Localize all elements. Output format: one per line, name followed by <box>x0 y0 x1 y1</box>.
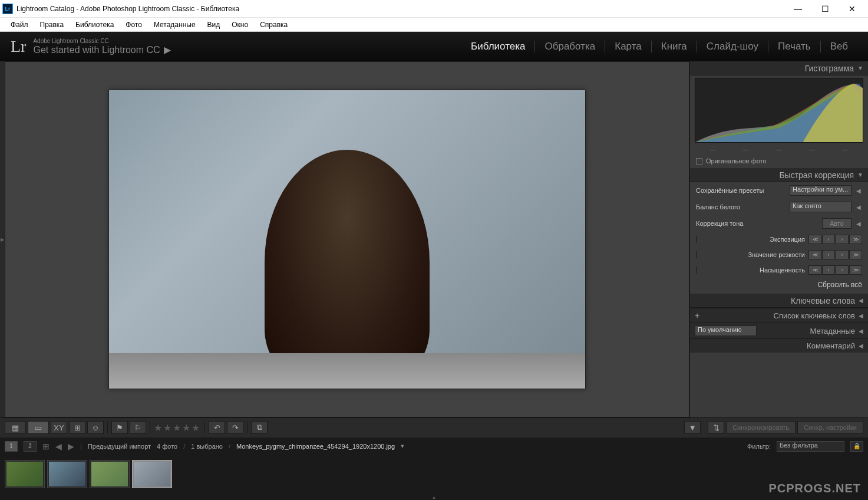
exposure-dec-large[interactable]: ≪ <box>808 235 821 244</box>
filter-select[interactable]: Без фильтра <box>777 441 844 452</box>
tone-label: Коррекция тона <box>696 220 819 227</box>
preview-image[interactable] <box>108 90 586 389</box>
saturation-inc[interactable]: › <box>836 265 849 275</box>
menu-help[interactable]: Справка <box>254 19 293 31</box>
sync-button[interactable]: Синхронизировать <box>726 421 796 434</box>
rotate-ccw-button[interactable]: ↶ <box>209 421 225 434</box>
comments-header[interactable]: Комментарий◀ <box>690 338 868 353</box>
keywords-header[interactable]: Ключевые слова◀ <box>690 294 868 308</box>
menubar: Файл Правка Библиотека Фото Метаданные В… <box>0 18 868 32</box>
module-web[interactable]: Веб <box>821 41 857 52</box>
minimize-button[interactable]: — <box>784 0 811 18</box>
module-print[interactable]: Печать <box>768 41 821 52</box>
chevron-left-icon[interactable]: ◀ <box>855 204 862 210</box>
auto-tone-button[interactable]: Авто <box>822 218 852 229</box>
exposure-inc-large[interactable]: ≫ <box>849 235 862 244</box>
saved-preset-label: Сохранённые пресеты <box>696 187 786 194</box>
reset-all-button[interactable]: Сбросить всё <box>817 281 862 289</box>
chevron-left-icon: ◀ <box>859 343 863 349</box>
plus-icon[interactable]: + <box>695 311 699 320</box>
menu-metadata[interactable]: Метаданные <box>148 19 202 31</box>
chevron-left-icon: ◀ <box>859 297 863 304</box>
close-button[interactable]: ✕ <box>839 0 866 18</box>
module-develop[interactable]: Обработка <box>535 41 605 52</box>
menu-library[interactable]: Библиотека <box>70 19 120 31</box>
original-photo-checkbox[interactable] <box>696 158 702 165</box>
saturation-dec-large[interactable]: ≪ <box>808 265 821 275</box>
survey-view-button[interactable]: ⊞ <box>69 421 85 434</box>
titlebar: Lr Lightroom Catalog - Adobe Photoshop L… <box>0 0 868 18</box>
filmstrip <box>0 454 868 494</box>
clarity-dec-large[interactable]: ≪ <box>808 250 821 259</box>
exposure-stepper: ≪ ‹ › ≫ <box>808 235 862 244</box>
module-slideshow[interactable]: Слайд-шоу <box>697 41 768 52</box>
wb-label: Баланс белого <box>696 203 786 210</box>
filter-label: Фильтр: <box>747 443 771 450</box>
module-book[interactable]: Книга <box>652 41 697 52</box>
compare-view-button[interactable]: XY <box>51 421 67 434</box>
menu-view[interactable]: Вид <box>202 19 226 31</box>
menu-edit[interactable]: Правка <box>34 19 70 31</box>
wb-select[interactable]: Как снято <box>790 202 852 212</box>
people-view-button[interactable]: ☺ <box>87 421 104 434</box>
exposure-inc[interactable]: › <box>836 235 849 244</box>
flag-reject-button[interactable]: ⚐ <box>130 421 146 434</box>
chevron-left-icon: ◀ <box>859 328 863 334</box>
face-tagging-button[interactable]: ⧉ <box>251 421 268 434</box>
thumbnail[interactable] <box>5 460 45 488</box>
rotate-cw-button[interactable]: ↷ <box>227 421 243 434</box>
keyword-list-header[interactable]: + Список ключевых слов◀ <box>690 308 868 323</box>
window-title: Lightroom Catalog - Adobe Photoshop Ligh… <box>16 5 784 13</box>
nav-forward-icon[interactable]: ▶ <box>68 442 74 451</box>
menu-photo[interactable]: Фото <box>120 19 148 31</box>
chevron-left-icon[interactable]: ◀ <box>855 221 862 227</box>
quick-develop-header[interactable]: Быстрая коррекция▼ <box>690 168 868 182</box>
metadata-preset-select[interactable]: По умолчанию <box>695 325 757 336</box>
saved-preset-select[interactable]: Настройки по ум... <box>790 185 852 196</box>
saturation-inc-large[interactable]: ≫ <box>849 265 862 275</box>
histogram-header[interactable]: Гистограмма▼ <box>690 61 868 75</box>
maximize-button[interactable]: ☐ <box>811 0 839 18</box>
selected-count: 1 выбрано <box>191 443 223 450</box>
rating-stars[interactable]: ★★★★★ <box>154 422 201 433</box>
histogram[interactable] <box>695 78 863 143</box>
clarity-inc-large[interactable]: ≫ <box>849 250 862 259</box>
main-window-button[interactable]: 1 <box>5 441 18 452</box>
grid-view-button[interactable]: ▦ <box>5 421 26 434</box>
histogram-zones: ————— <box>690 145 868 154</box>
left-panel-toggle[interactable] <box>0 61 5 417</box>
flag-pick-button[interactable]: ⚑ <box>111 421 128 434</box>
second-window-button[interactable]: 2 <box>24 441 37 452</box>
menu-file[interactable]: Файл <box>5 19 34 31</box>
saturation-label: Насыщенность <box>696 267 805 274</box>
clarity-inc[interactable]: › <box>836 250 849 259</box>
metadata-header[interactable]: По умолчанию Метаданные◀ <box>690 323 868 338</box>
original-photo-row: Оригинальное фото <box>690 154 868 168</box>
saturation-dec[interactable]: ‹ <box>822 265 835 275</box>
sync-settings-button[interactable]: Синхр. настройки <box>797 421 863 434</box>
filter-lock-button[interactable]: 🔒 <box>850 441 863 452</box>
chevron-down-icon: ▼ <box>857 172 863 178</box>
right-panel: Гистограмма▼ ————— Оригинальное фото Быс… <box>689 61 868 417</box>
menu-window[interactable]: Окно <box>226 19 254 31</box>
sync-lock-button[interactable]: ⇅ <box>708 421 724 434</box>
thumbnail-selected[interactable] <box>132 460 172 488</box>
module-picker: Библиотека Обработка Карта Книга Слайд-ш… <box>461 41 857 52</box>
photo-count: 4 фото <box>157 443 177 450</box>
thumbnail[interactable] <box>90 460 130 488</box>
grid-icon[interactable]: ⊞ <box>42 442 49 451</box>
exposure-label: Экспозиция <box>696 236 805 243</box>
clarity-dec[interactable]: ‹ <box>822 250 835 259</box>
filmstrip-toggle[interactable] <box>0 494 868 500</box>
loupe-view-button[interactable]: ▭ <box>28 421 49 434</box>
module-library[interactable]: Библиотека <box>461 41 535 52</box>
thumbnail[interactable] <box>47 460 87 488</box>
module-map[interactable]: Карта <box>605 41 652 52</box>
nav-back-icon[interactable]: ◀ <box>55 442 62 451</box>
clarity-label: Значение резкости <box>696 251 805 258</box>
chevron-left-icon[interactable]: ◀ <box>855 188 862 194</box>
source-label[interactable]: Предыдущий импорт <box>88 443 151 450</box>
identity-line2[interactable]: Get started with Lightroom CC▶ <box>33 44 170 55</box>
exposure-dec[interactable]: ‹ <box>822 235 835 244</box>
toolbar-menu-button[interactable]: ▼ <box>684 421 701 434</box>
